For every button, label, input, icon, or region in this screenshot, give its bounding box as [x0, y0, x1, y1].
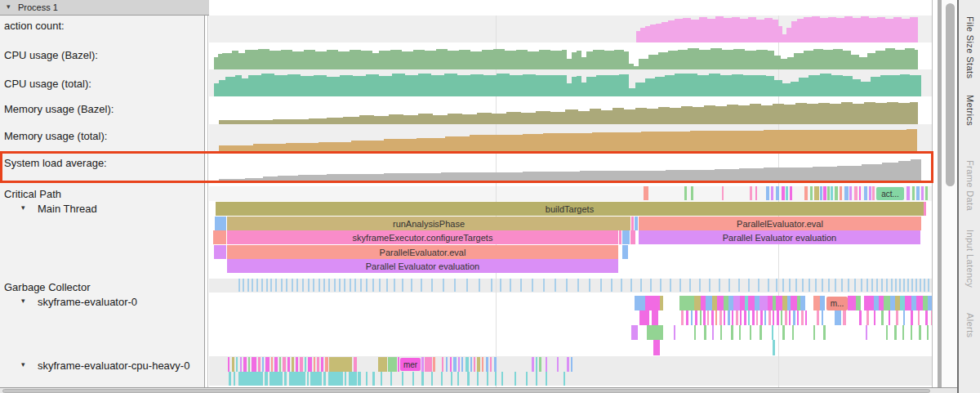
critical-path-events-event[interactable]: [827, 186, 830, 200]
critical-path-events-event[interactable]: [849, 186, 852, 200]
gc-event-tick[interactable]: [822, 279, 823, 292]
cpu-heavy-row1-event[interactable]: [378, 357, 387, 372]
skyframe-evaluator-0-row3-event[interactable]: [647, 325, 663, 340]
critical-path-events-event[interactable]: [864, 186, 867, 200]
cpu-heavy-row1-event[interactable]: [388, 357, 397, 372]
critical-path-events-event[interactable]: [840, 186, 842, 200]
gc-event-tick[interactable]: [689, 279, 691, 292]
gc-event-tick[interactable]: [719, 279, 720, 292]
cpu-heavy-row1-event[interactable]: [567, 357, 569, 372]
skyframe-evaluator-0-row3-event[interactable]: [782, 325, 785, 340]
skyframe-evaluator-0-row2-event[interactable]: [752, 310, 755, 325]
cpu-heavy-row1-event[interactable]: [232, 357, 234, 372]
skyframe-evaluator-0-row3-event[interactable]: [927, 325, 929, 340]
trace-span-fragment[interactable]: [622, 230, 630, 244]
gc-event-tick[interactable]: [577, 279, 579, 292]
skyframe-evaluator-0-row2-event[interactable]: [707, 310, 709, 325]
skyframe-evaluator-0-row2-event[interactable]: [728, 310, 730, 325]
critical-path-events-event[interactable]: [844, 186, 849, 200]
cpu-heavy-row1-event[interactable]: [532, 357, 534, 372]
skyframe-evaluator-0-row1-event[interactable]: [884, 296, 890, 310]
gc-event-tick[interactable]: [302, 279, 304, 292]
gc-event-tick[interactable]: [768, 279, 769, 292]
cpu-heavy-row2-event[interactable]: [366, 372, 368, 386]
skyframe-evaluator-0-row3-event[interactable]: [631, 325, 638, 340]
skyframe-evaluator-0-row3-event[interactable]: [704, 325, 706, 340]
cpu-heavy-row1-event[interactable]: [398, 357, 399, 372]
counter-chart-memory-usage-bazel[interactable]: [209, 96, 932, 124]
skyframe-evaluator-0-row4-event[interactable]: [773, 340, 775, 355]
cpu-heavy-row2-event[interactable]: [477, 372, 479, 386]
trace-span[interactable]: ParallelEvaluator.eval: [227, 245, 618, 259]
cpu-heavy-row1-event[interactable]: [279, 357, 281, 372]
trace-span-fragment[interactable]: [619, 230, 621, 244]
skyframe-evaluator-0-row2-event[interactable]: [740, 310, 742, 325]
critical-path-events-event[interactable]: [925, 186, 928, 200]
cpu-heavy-row1-event[interactable]: [243, 357, 247, 372]
tab-alerts[interactable]: Alerts: [965, 313, 975, 338]
gc-event-tick[interactable]: [500, 279, 501, 292]
skyframe-evaluator-0-row2-event[interactable]: [859, 310, 862, 325]
skyframe-evaluator-0-row2-event[interactable]: [715, 310, 717, 325]
cpu-heavy-row1-event[interactable]: [240, 357, 242, 372]
critical-path-events-event[interactable]: [835, 186, 838, 200]
tab-input-latency[interactable]: Input Latency: [965, 230, 975, 288]
skyframe-evaluator-0-row1-event[interactable]: [856, 296, 861, 310]
cpu-heavy-row2-event[interactable]: [412, 372, 414, 386]
skyframe-evaluator-0-row2-event[interactable]: [785, 310, 787, 325]
cpu-heavy-row1-event[interactable]: [292, 357, 294, 372]
skyframe-evaluator-0-row3-event[interactable]: [772, 325, 773, 340]
skyframe-evaluator-0-row3-event[interactable]: [674, 325, 675, 340]
skyframe-evaluator-0-row2-event[interactable]: [881, 310, 884, 325]
gc-event-tick[interactable]: [709, 279, 710, 292]
skyframe-evaluator-0-row2-event[interactable]: [793, 310, 795, 325]
skyframe-evaluator-0-row1-event[interactable]: [748, 296, 755, 310]
badge-act[interactable]: act...: [876, 187, 904, 200]
cpu-heavy-row2-event[interactable]: [265, 372, 268, 386]
cpu-heavy-row1-event[interactable]: [433, 357, 435, 372]
skyframe-evaluator-0-row2-event[interactable]: [843, 310, 846, 325]
cpu-heavy-row2-event[interactable]: [431, 372, 433, 386]
gc-event-tick[interactable]: [466, 279, 468, 292]
gc-event-tick[interactable]: [758, 279, 760, 292]
cpu-heavy-row2-event[interactable]: [514, 372, 516, 386]
skyframe-evaluator-0-row2-event[interactable]: [835, 310, 841, 325]
gc-event-tick[interactable]: [372, 279, 374, 292]
skyframe-evaluator-0-row1-event[interactable]: [791, 296, 797, 310]
vertical-scrollbar-thumb[interactable]: [946, 3, 955, 186]
skyframe-evaluator-0-row2-event[interactable]: [797, 310, 799, 325]
skyframe-evaluator-0-row2-event[interactable]: [744, 310, 746, 325]
gc-event-tick[interactable]: [431, 279, 433, 292]
skyframe-evaluator-0-row2-event[interactable]: [756, 310, 758, 325]
critical-path-events-event[interactable]: [921, 186, 924, 200]
cpu-heavy-row1-event[interactable]: [296, 357, 298, 372]
skyframe-evaluator-0-row1-event[interactable]: [800, 296, 805, 310]
cpu-heavy-row2-event[interactable]: [345, 372, 346, 386]
trace-span[interactable]: ParallelEvaluator.eval: [639, 217, 921, 230]
critical-path-events-event[interactable]: [782, 186, 785, 200]
skyframe-evaluator-0-row3-event[interactable]: [760, 325, 762, 340]
gc-event-tick[interactable]: [679, 279, 681, 292]
gc-event-tick[interactable]: [379, 279, 381, 292]
track-area[interactable]: buildTargetsrunAnalysisPhaseParallelEval…: [209, 0, 932, 387]
skyframe-evaluator-0-row2-event[interactable]: [789, 310, 791, 325]
cpu-heavy-row2-event[interactable]: [238, 372, 263, 386]
cpu-heavy-row1-event[interactable]: [539, 357, 541, 372]
gc-event-tick[interactable]: [275, 279, 277, 292]
skyframe-evaluator-0-row3-event[interactable]: [813, 325, 815, 340]
gc-event-tick[interactable]: [670, 279, 671, 292]
cpu-heavy-row2-event[interactable]: [526, 372, 528, 386]
cpu-heavy-row1-event[interactable]: [458, 357, 460, 372]
cpu-heavy-row1-event[interactable]: [354, 357, 357, 372]
skyframe-evaluator-0-row2-event[interactable]: [817, 310, 819, 325]
skyframe-evaluator-0-row3-event[interactable]: [894, 325, 897, 340]
collapse-arrow-icon[interactable]: ▾: [21, 203, 25, 212]
critical-path-events-event[interactable]: [790, 186, 792, 200]
skyframe-evaluator-0-row2-event[interactable]: [691, 310, 693, 325]
skyframe-evaluator-0-row1-event[interactable]: [760, 296, 768, 310]
cpu-heavy-row1-event[interactable]: [453, 357, 457, 372]
gc-event-tick[interactable]: [286, 279, 287, 292]
skyframe-evaluator-0-row1-event[interactable]: [660, 296, 663, 310]
gc-event-tick[interactable]: [841, 279, 843, 292]
gc-event-tick[interactable]: [848, 279, 849, 292]
